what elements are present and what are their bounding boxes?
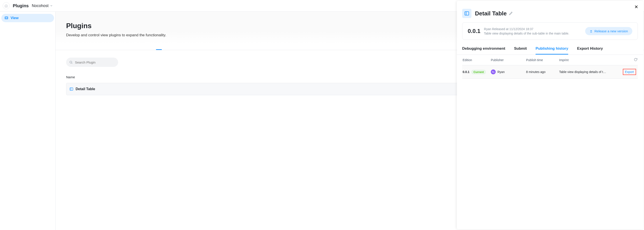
version-meta: Ryan Released at 11/12/2024 18:37 (484, 27, 569, 31)
history-header-imprint: Imprint (559, 58, 612, 62)
sidebar-item-view[interactable]: View (1, 14, 54, 22)
sidebar-item-label: View (10, 16, 18, 20)
current-badge: Current (471, 70, 486, 74)
row-time: 8 minutes ago (526, 70, 559, 74)
home-icon (4, 4, 8, 7)
tab-publishing[interactable]: Publishing history (536, 46, 568, 55)
workspace-selector[interactable]: Nocohost (32, 3, 53, 8)
view-icon (4, 16, 8, 20)
history-header-publisher: Publisher (491, 58, 526, 62)
upload-icon (590, 30, 593, 33)
avatar: Ry (491, 70, 496, 74)
tab-debug[interactable]: Debugging environment (462, 46, 505, 55)
close-button[interactable] (634, 4, 639, 9)
row-publisher: Ryan (498, 70, 505, 74)
drawer-title: Detail Table (475, 10, 507, 17)
page-title: Plugins (13, 3, 29, 8)
drawer-tabs: Debugging environment Submit Publishing … (457, 40, 643, 55)
close-icon (634, 4, 639, 9)
tab-indicator (156, 49, 162, 50)
row-edition: 0.0.1 (462, 70, 470, 74)
detail-table-icon (70, 87, 74, 91)
workspace-name: Nocohost (32, 3, 48, 8)
svg-rect-8 (465, 12, 469, 15)
tab-export[interactable]: Export History (577, 46, 603, 55)
version-desc: Table view displaying details of the sub… (484, 32, 569, 35)
release-button-label: Release a new version (594, 29, 628, 33)
plugin-icon (462, 9, 472, 18)
chevron-down-icon (50, 4, 53, 7)
tab-submit[interactable]: Submit (514, 46, 527, 55)
row-imprint: Table view displaying details of t… (559, 70, 612, 74)
history-table: Edition Publisher Publish time Imprint 0… (457, 55, 643, 79)
home-button[interactable] (3, 2, 10, 9)
edit-icon[interactable] (509, 12, 512, 15)
history-header-edition: Edition (462, 58, 491, 62)
sidebar: View (0, 12, 56, 230)
detail-drawer: Detail Table 0.0.1 Ryan Released at 11/1… (457, 1, 643, 229)
svg-rect-4 (70, 88, 73, 90)
detail-table-icon (464, 11, 470, 16)
search-icon (69, 60, 73, 64)
svg-rect-1 (6, 17, 8, 18)
export-button[interactable]: Export (623, 69, 636, 75)
table-row-name: Detail Table (76, 87, 95, 91)
release-button[interactable]: Release a new version (585, 27, 632, 35)
refresh-icon[interactable] (634, 58, 638, 61)
svg-point-2 (70, 61, 72, 63)
version-number: 0.0.1 (468, 28, 480, 34)
history-header-time: Publish time (526, 58, 559, 62)
search-input[interactable] (66, 58, 118, 67)
history-row: 0.0.1 Current Ry Ryan 8 minutes ago Tabl… (462, 65, 638, 79)
version-card: 0.0.1 Ryan Released at 11/12/2024 18:37 … (462, 22, 638, 40)
svg-line-3 (72, 63, 72, 64)
